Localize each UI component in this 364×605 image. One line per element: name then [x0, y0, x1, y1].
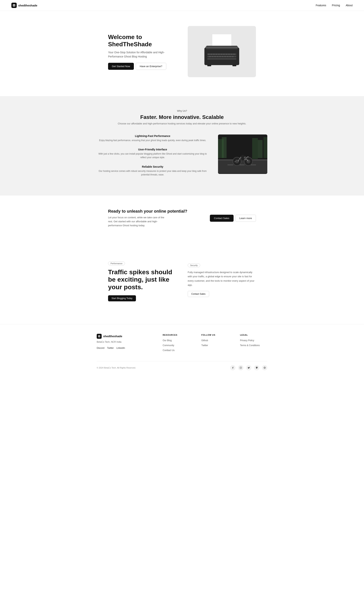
footer-bottom-icons: [230, 365, 267, 370]
svg-rect-37: [218, 160, 267, 173]
feature-security-desc: Our hosting service comes with robust se…: [97, 169, 208, 177]
learn-more-button[interactable]: Learn more: [235, 215, 256, 222]
security-tag: Security: [188, 263, 200, 267]
motorcycle-image: [218, 134, 267, 174]
twitter-icon[interactable]: [246, 365, 251, 370]
enterprise-button[interactable]: Have an Enterprise?: [136, 63, 166, 70]
footer-legal-heading: Legal: [240, 334, 267, 336]
perf-right: Security Fully managed infrastructure de…: [188, 262, 256, 297]
feature-performance-desc: Enjoy blazing-fast performance, ensuring…: [97, 139, 208, 142]
footer-logo-icon: [97, 334, 102, 339]
svg-point-54: [241, 367, 241, 367]
svg-rect-21: [217, 56, 218, 57]
get-started-button[interactable]: Get Started Now: [108, 63, 134, 70]
svg-rect-27: [232, 56, 234, 57]
why-section: Why Us? Faster. More innovative. Scalabl…: [0, 96, 364, 196]
footer-resources-col: Resources Our Blog Community Conttact Us: [163, 334, 190, 354]
footer-resources-heading: Resources: [163, 334, 190, 336]
feature-performance: Lightning-Fast Performance Enjoy blazing…: [97, 134, 208, 142]
footer-tagline: BetaCo Tech, NCR India: [97, 341, 151, 343]
why-tag: Why Us?: [97, 109, 267, 112]
cta-section: Ready to unleash your online potential? …: [0, 196, 364, 241]
hero-image-box: [188, 26, 256, 77]
why-title: Faster. More innovative. Scalable: [97, 114, 267, 120]
facebook-icon[interactable]: [230, 365, 235, 370]
perf-tag: Performance: [108, 262, 125, 265]
footer-twitter-link[interactable]: Twitter: [107, 347, 114, 349]
navbar: shedtheshade Features Pricing About: [0, 0, 364, 11]
svg-rect-6: [208, 58, 236, 60]
cta-subtitle: Let your focus on content, while we take…: [108, 216, 169, 227]
svg-rect-25: [227, 56, 229, 57]
perf-title: Traffic spikes should be exciting, just …: [108, 268, 176, 290]
footer-follow-heading: Follow Us: [201, 334, 229, 336]
footer-copyright: © 2024 BetaCo Tech. All Rights Reserved.: [97, 367, 136, 369]
nav-links: Features Pricing About: [316, 4, 353, 7]
footer-twitter-follow[interactable]: Twitter: [201, 344, 208, 347]
svg-rect-52: [240, 367, 242, 369]
footer-terms[interactable]: Terms & Conditions: [240, 344, 260, 347]
svg-rect-36: [263, 137, 267, 158]
instagram-icon[interactable]: [238, 365, 243, 370]
nav-pricing[interactable]: Pricing: [332, 4, 340, 7]
hero-buttons: Get Started Now Have an Enterprise?: [108, 63, 176, 70]
cta-buttons: Contact Sales Learn more: [210, 215, 256, 222]
nav-about[interactable]: About: [346, 4, 353, 7]
footer: shedtheshade BetaCo Tech, NCR India Disc…: [0, 324, 364, 376]
footer-brand: shedtheshade BetaCo Tech, NCR India Disc…: [97, 334, 151, 354]
feature-interface-title: User-Friendly Interface: [97, 148, 208, 151]
svg-rect-15: [228, 54, 230, 55]
svg-rect-28: [205, 46, 238, 48]
feature-interface-desc: With just a few clicks, you can install …: [97, 152, 208, 159]
svg-rect-11: [218, 54, 220, 55]
security-desc: Fully managed infrastructure designed to…: [188, 270, 256, 287]
footer-follow-col: Follow Us Github Twitter: [201, 334, 229, 354]
svg-rect-19: [212, 56, 213, 57]
nav-features[interactable]: Features: [316, 4, 326, 7]
why-image: [218, 134, 267, 174]
footer-contact-us[interactable]: Conttact Us: [163, 349, 175, 352]
cta-text: Ready to unleash your online potential? …: [108, 209, 187, 227]
svg-rect-22: [219, 56, 221, 57]
svg-rect-34: [252, 138, 258, 159]
svg-rect-17: [233, 54, 235, 55]
svg-rect-26: [229, 56, 231, 57]
svg-rect-12: [221, 54, 222, 55]
cta-title: Ready to unleash your online potential?: [108, 209, 187, 214]
svg-rect-35: [258, 140, 262, 158]
footer-social-links: Discord Twitter LinkedIn: [97, 347, 151, 349]
svg-rect-8: [210, 54, 212, 55]
contact-sales-perf-button[interactable]: Contact Sales: [188, 291, 209, 297]
footer-privacy-policy[interactable]: Privacy Policy: [240, 339, 254, 342]
hero-section: Welcome to ShedTheShade Your One-Stop So…: [0, 11, 364, 96]
footer-discord-link[interactable]: Discord: [97, 347, 104, 349]
svg-rect-13: [223, 54, 225, 55]
feature-security-title: Reliable Security: [97, 165, 208, 168]
footer-bottom: © 2024 BetaCo Tech. All Rights Reserved.: [97, 361, 267, 370]
footer-community[interactable]: Community: [163, 344, 174, 347]
start-blogging-button[interactable]: Start Blogging Today: [108, 295, 136, 301]
svg-rect-7: [208, 54, 210, 55]
perf-left: Performance Traffic spikes should be exc…: [108, 262, 176, 301]
svg-rect-10: [215, 54, 217, 55]
footer-logo: shedtheshade: [97, 334, 151, 339]
svg-rect-33: [222, 137, 227, 158]
github-icon[interactable]: [254, 365, 259, 370]
svg-rect-29: [208, 65, 211, 66]
contact-sales-button[interactable]: Contact Sales: [210, 215, 234, 222]
logo-icon: [11, 3, 17, 8]
svg-rect-30: [233, 65, 236, 66]
svg-rect-23: [222, 56, 223, 57]
nav-logo[interactable]: shedtheshade: [11, 3, 37, 8]
why-features: Lightning-Fast Performance Enjoy blazing…: [97, 134, 208, 182]
footer-legal-col: Legal Privacy Policy Terms & Conditions: [240, 334, 267, 354]
svg-rect-18: [209, 56, 211, 57]
footer-github[interactable]: Github: [201, 339, 208, 342]
footer-our-blog[interactable]: Our Blog: [163, 339, 171, 342]
logo-text: shedtheshade: [18, 4, 37, 7]
hero-image: [188, 26, 256, 77]
hero-subtitle: Your One-Stop Solution for Affordable an…: [108, 50, 169, 59]
globe-icon[interactable]: [262, 365, 267, 370]
footer-linkedin-link[interactable]: LinkedIn: [117, 347, 125, 349]
feature-performance-title: Lightning-Fast Performance: [97, 134, 208, 137]
